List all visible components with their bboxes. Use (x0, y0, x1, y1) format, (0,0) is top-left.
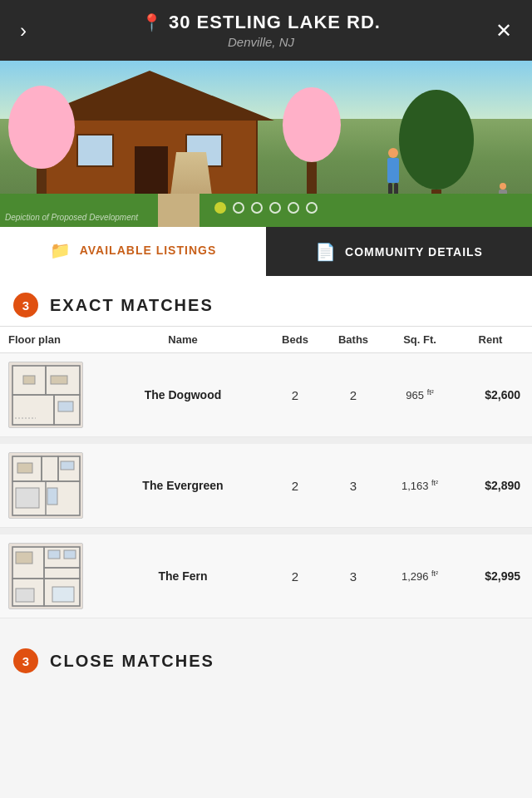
beds-dogwood: 2 (266, 388, 324, 402)
rent-evergreen: $2,890 (457, 479, 524, 492)
nav-forward-button[interactable]: › (13, 16, 33, 46)
table-row[interactable]: The Evergreen 2 3 1,163 ft² $2,890 (0, 444, 532, 528)
hero-caption: Depiction of Proposed Development (5, 213, 138, 222)
tab-available-label: AVAILABLE LISTINGS (80, 244, 216, 257)
svg-rect-17 (61, 461, 74, 470)
floor-plan-evergreen (8, 452, 83, 519)
svg-rect-18 (47, 488, 57, 505)
col-beds: Beds (266, 333, 324, 346)
table-header: Floor plan Name Beds Baths Sq. Ft. Rent (0, 326, 532, 353)
hero-tree-1 (283, 87, 341, 204)
sqft-fern: 1,296 ft² (382, 569, 457, 583)
floor-plan-svg-fern (11, 545, 81, 608)
dot-2[interactable] (233, 202, 244, 214)
floor-plan-svg-dogwood (11, 364, 81, 426)
svg-rect-30 (52, 587, 74, 602)
baths-evergreen: 3 (324, 479, 382, 493)
floor-plan-dogwood (8, 362, 83, 428)
rent-fern: $2,995 (457, 569, 524, 583)
svg-rect-6 (51, 376, 67, 384)
svg-rect-8 (58, 401, 73, 411)
table-row[interactable]: The Dogwood 2 2 965 ft² $2,600 (0, 353, 532, 437)
tab-community-icon: 📄 (315, 242, 337, 262)
unit-name-evergreen: The Evergreen (100, 479, 266, 492)
city-state: Denville, NJ (228, 35, 294, 49)
col-sqft: Sq. Ft. (382, 333, 457, 346)
listings-table: Floor plan Name Beds Baths Sq. Ft. Rent … (0, 326, 532, 618)
exact-matches-title: EXACT MATCHES (50, 296, 214, 315)
location-icon: 📍 (141, 12, 162, 32)
header-address-row: 📍 30 ESTLING LAKE RD. (141, 12, 381, 33)
hero-image: Depiction of Proposed Development (0, 61, 532, 227)
baths-dogwood: 2 (324, 388, 382, 402)
dot-1[interactable] (214, 202, 226, 214)
unit-name-dogwood: The Dogwood (100, 388, 266, 401)
svg-rect-26 (16, 552, 32, 564)
hero-dots (214, 202, 318, 214)
hero-person (387, 148, 399, 198)
floor-plan-fern (8, 543, 83, 609)
dot-4[interactable] (269, 202, 281, 214)
tabs: 📁 AVAILABLE LISTINGS 📄 COMMUNITY DETAILS (0, 227, 532, 276)
rent-dogwood: $2,600 (457, 388, 524, 401)
dot-5[interactable] (288, 202, 299, 214)
svg-rect-27 (48, 550, 60, 559)
row-separator-1 (0, 437, 532, 444)
beds-fern: 2 (266, 569, 324, 584)
close-matches-header: 3 CLOSE MATCHES (0, 632, 532, 682)
baths-fern: 3 (324, 569, 382, 584)
tab-available-listings[interactable]: 📁 AVAILABLE LISTINGS (0, 227, 266, 276)
hero-walkway (158, 194, 200, 227)
unit-name-fern: The Fern (100, 569, 266, 583)
tab-community-details[interactable]: 📄 COMMUNITY DETAILS (266, 227, 532, 276)
svg-rect-16 (17, 463, 32, 473)
section-spacer (0, 618, 532, 632)
col-rent: Rent (457, 333, 524, 346)
close-button[interactable]: ✕ (489, 16, 519, 46)
exact-matches-header: 3 EXACT MATCHES (0, 276, 532, 326)
col-baths: Baths (324, 333, 382, 346)
floor-plan-svg-evergreen (11, 455, 81, 517)
hero-tree-3 (8, 86, 75, 202)
svg-rect-19 (16, 488, 39, 508)
col-name: Name (100, 333, 266, 346)
sqft-dogwood: 965 ft² (382, 388, 457, 401)
table-row[interactable]: The Fern 2 3 1,296 ft² $2,995 (0, 534, 532, 618)
exact-matches-badge: 3 (13, 293, 38, 318)
svg-rect-5 (23, 376, 35, 384)
dot-6[interactable] (306, 202, 318, 214)
row-separator-2 (0, 528, 532, 534)
tab-available-icon: 📁 (50, 240, 71, 260)
close-matches-title: CLOSE MATCHES (50, 652, 214, 671)
svg-rect-29 (16, 589, 34, 602)
col-floor-plan: Floor plan (8, 333, 100, 346)
tab-community-label: COMMUNITY DETAILS (345, 245, 483, 259)
dot-3[interactable] (251, 202, 263, 214)
beds-evergreen: 2 (266, 479, 324, 493)
header-center: 📍 30 ESTLING LAKE RD. Denville, NJ (33, 12, 489, 49)
close-matches-badge: 3 (13, 648, 38, 673)
sqft-evergreen: 1,163 ft² (382, 479, 457, 492)
address-title: 30 ESTLING LAKE RD. (169, 12, 381, 33)
header: › 📍 30 ESTLING LAKE RD. Denville, NJ ✕ (0, 0, 532, 61)
svg-rect-28 (64, 550, 76, 559)
